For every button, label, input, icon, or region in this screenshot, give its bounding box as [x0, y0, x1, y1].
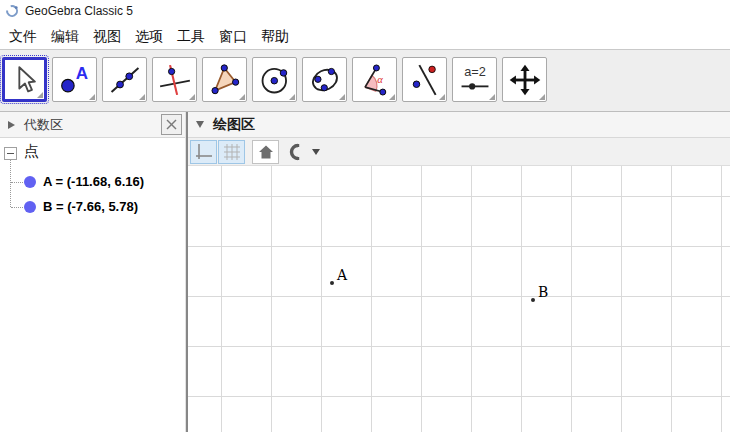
graphics-stylebar [188, 138, 730, 166]
axes-icon [194, 142, 214, 162]
title-bar: GeoGebra Classic 5 [0, 0, 730, 22]
tool-bar: A [0, 50, 730, 112]
tool-move-button[interactable] [2, 57, 47, 102]
tool-dropdown-arrow[interactable] [389, 94, 395, 100]
menu-item-tools[interactable]: 工具 [170, 23, 212, 49]
close-algebra-button[interactable] [161, 114, 182, 135]
toggle-grid-button[interactable] [218, 140, 245, 164]
tool-dropdown-arrow[interactable] [539, 94, 545, 100]
tool-reflect-button[interactable] [402, 57, 447, 102]
angle-icon: α [358, 63, 392, 97]
tool-dropdown-arrow[interactable] [439, 94, 445, 100]
polygon-icon [208, 63, 242, 97]
point-capturing-button[interactable] [280, 140, 307, 164]
tool-dropdown-arrow[interactable] [239, 94, 245, 100]
reflect-about-line-icon [408, 63, 442, 97]
points-group-label: 点 [24, 142, 39, 161]
geogebra-window: GeoGebra Classic 5 文件 编辑 视图 选项 工具 窗口 帮助 … [0, 0, 730, 432]
graphics-panel-header: 绘图区 [188, 112, 730, 138]
magnet-icon [284, 142, 304, 162]
perpendicular-line-icon [158, 63, 192, 97]
menu-item-window[interactable]: 窗口 [212, 23, 254, 49]
point-bullet-icon [24, 201, 36, 213]
canvas-point-B-label: B [538, 284, 548, 300]
tool-angle-button[interactable]: α [352, 57, 397, 102]
tool-perpendicular-line-button[interactable] [152, 57, 197, 102]
tool-dropdown-arrow[interactable] [189, 94, 195, 100]
close-icon [166, 119, 177, 130]
canvas-point-B[interactable] [531, 298, 535, 302]
canvas-point-A[interactable] [330, 281, 334, 285]
graphics-canvas[interactable]: A B [188, 166, 730, 432]
algebra-panel-header: 代数区 [0, 112, 185, 138]
point-bullet-icon [24, 176, 36, 188]
menu-bar: 文件 编辑 视图 选项 工具 窗口 帮助 [0, 22, 730, 50]
svg-text:α: α [377, 73, 383, 84]
tool-dropdown-arrow[interactable] [37, 92, 43, 98]
stylebar-dropdown-icon[interactable] [312, 149, 320, 155]
tool-line-button[interactable] [102, 57, 147, 102]
tool-slider-button[interactable]: a=2 [452, 57, 497, 102]
conic-through-points-icon [308, 63, 342, 97]
tool-polygon-button[interactable] [202, 57, 247, 102]
collapse-panel-arrow-icon[interactable] [8, 121, 15, 129]
tool-dropdown-arrow[interactable] [289, 94, 295, 100]
geogebra-logo-icon [5, 4, 19, 18]
tool-move-view-button[interactable] [502, 57, 547, 102]
menu-item-help[interactable]: 帮助 [254, 23, 296, 49]
algebra-item-A[interactable]: A = (-11.68, 6.16) [0, 170, 185, 194]
point-B-definition: B = (-7.66, 5.78) [43, 199, 138, 214]
grid-icon [222, 142, 242, 162]
standard-view-button[interactable] [252, 140, 279, 164]
tool-dropdown-arrow[interactable] [89, 94, 95, 100]
circle-center-point-icon [258, 63, 292, 97]
window-title: GeoGebra Classic 5 [25, 4, 133, 18]
tool-conic-button[interactable] [302, 57, 347, 102]
tool-dropdown-arrow[interactable] [139, 94, 145, 100]
algebra-panel-title: 代数区 [24, 116, 63, 134]
line-icon [108, 63, 142, 97]
menu-item-view[interactable]: 视图 [86, 23, 128, 49]
menu-item-options[interactable]: 选项 [128, 23, 170, 49]
collapse-panel-arrow-icon[interactable] [196, 121, 204, 128]
algebra-tree: 点 A = (-11.68, 6.16) B = (-7.66, 5.78) [0, 138, 185, 432]
collapse-group-button[interactable] [4, 147, 17, 160]
graphics-panel-title: 绘图区 [213, 116, 255, 134]
slider-icon: a=2 [458, 63, 492, 97]
toggle-axes-button[interactable] [190, 140, 217, 164]
menu-item-edit[interactable]: 编辑 [44, 23, 86, 49]
point-A-definition: A = (-11.68, 6.16) [43, 174, 144, 189]
menu-item-file[interactable]: 文件 [2, 23, 44, 49]
slider-icon-label: a=2 [464, 63, 486, 78]
tool-point-button[interactable]: A [52, 57, 97, 102]
tool-dropdown-arrow[interactable] [489, 94, 495, 100]
graphics-panel: 绘图区 [188, 112, 730, 432]
home-icon [257, 143, 275, 161]
algebra-item-B[interactable]: B = (-7.66, 5.78) [0, 195, 185, 219]
svg-text:A: A [75, 64, 87, 83]
tool-circle-button[interactable] [252, 57, 297, 102]
tool-dropdown-arrow[interactable] [339, 94, 345, 100]
canvas-point-A-label: A [337, 267, 347, 283]
point-icon: A [58, 63, 92, 97]
algebra-panel: 代数区 点 A = (-11.68, 6.16) B = (-7.66, 5.7… [0, 112, 185, 432]
move-graphics-view-icon [508, 63, 542, 97]
